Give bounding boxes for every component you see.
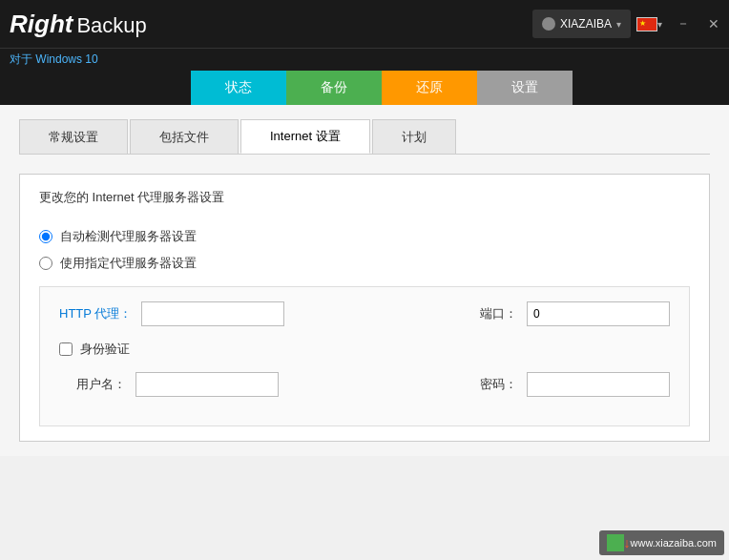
port-section: 端口：: [480, 301, 670, 326]
radio-manual[interactable]: 使用指定代理服务器设置: [39, 255, 690, 272]
radio-manual-label: 使用指定代理服务器设置: [60, 255, 197, 272]
proxy-form: HTTP 代理： 端口： 身份验证 用户名： 密码：: [39, 286, 690, 426]
subtitlebar: 对于 Windows 10: [0, 48, 729, 71]
nav-tabs: 状态 备份 还原 设置: [0, 71, 729, 105]
inner-tabs: 常规设置 包括文件 Internet 设置 计划: [19, 119, 710, 155]
app-logo: Right Backup: [10, 10, 147, 39]
radio-auto-input[interactable]: [39, 230, 52, 243]
panel-title: 更改您的 Internet 代理服务器设置: [39, 189, 690, 214]
http-proxy-input[interactable]: [141, 301, 284, 326]
port-input[interactable]: [527, 301, 670, 326]
http-proxy-row: HTTP 代理： 端口：: [59, 301, 670, 326]
close-button[interactable]: ✕: [698, 9, 729, 39]
minimize-button[interactable]: －: [668, 9, 698, 39]
user-icon: [542, 17, 555, 31]
language-button[interactable]: ▾: [631, 13, 668, 35]
user-button[interactable]: XIAZAIBA ▾: [532, 10, 631, 38]
lang-dropdown-icon: ▾: [657, 19, 662, 30]
tab-settings[interactable]: 设置: [477, 71, 573, 105]
tab-backup[interactable]: 备份: [286, 71, 382, 105]
radio-auto[interactable]: 自动检测代理服务器设置: [39, 228, 690, 245]
tab-schedule[interactable]: 计划: [372, 119, 456, 154]
auth-label: 身份验证: [80, 341, 130, 358]
username-label: XIAZAIBA: [560, 17, 612, 31]
watermark-site: www.xiazaiba.com: [631, 537, 717, 549]
logo-backup: Backup: [76, 13, 146, 38]
radio-auto-label: 自动检测代理服务器设置: [60, 228, 197, 245]
password-label: 密码：: [480, 376, 517, 393]
flag-icon: [636, 17, 657, 31]
username-input[interactable]: [135, 372, 279, 397]
auth-checkbox-row: 身份验证: [59, 341, 670, 358]
watermark: ↓ www.xiazaiba.com: [599, 530, 724, 555]
password-input[interactable]: [527, 372, 670, 397]
settings-panel: 更改您的 Internet 代理服务器设置 自动检测代理服务器设置 使用指定代理…: [19, 174, 710, 442]
subtitle-text: 对于 Windows 10: [10, 52, 98, 68]
tab-status[interactable]: 状态: [191, 71, 286, 105]
port-label: 端口：: [480, 305, 517, 322]
radio-group: 自动检测代理服务器设置 使用指定代理服务器设置: [39, 228, 690, 272]
credentials-row: 用户名： 密码：: [59, 372, 670, 397]
content-area: 常规设置 包括文件 Internet 设置 计划 更改您的 Internet 代…: [0, 105, 729, 456]
auth-checkbox[interactable]: [59, 342, 73, 356]
tab-include-files[interactable]: 包括文件: [130, 119, 239, 154]
watermark-icon: [607, 534, 624, 551]
tab-general[interactable]: 常规设置: [19, 119, 128, 154]
watermark-logo: ↓ www.xiazaiba.com: [607, 534, 717, 551]
user-dropdown-icon: ▾: [616, 19, 621, 30]
radio-manual-input[interactable]: [39, 257, 52, 270]
password-section: 密码：: [480, 372, 670, 397]
logo-right: Right: [10, 10, 73, 39]
watermark-arrow: ↓: [624, 535, 631, 550]
http-label: HTTP 代理：: [59, 305, 132, 322]
tab-restore[interactable]: 还原: [382, 71, 477, 105]
titlebar-controls: XIAZAIBA ▾ ▾ － ✕: [532, 0, 729, 48]
tab-internet-settings[interactable]: Internet 设置: [240, 119, 370, 154]
username-label: 用户名：: [59, 376, 126, 393]
titlebar: Right Backup XIAZAIBA ▾ ▾ － ✕: [0, 0, 729, 48]
